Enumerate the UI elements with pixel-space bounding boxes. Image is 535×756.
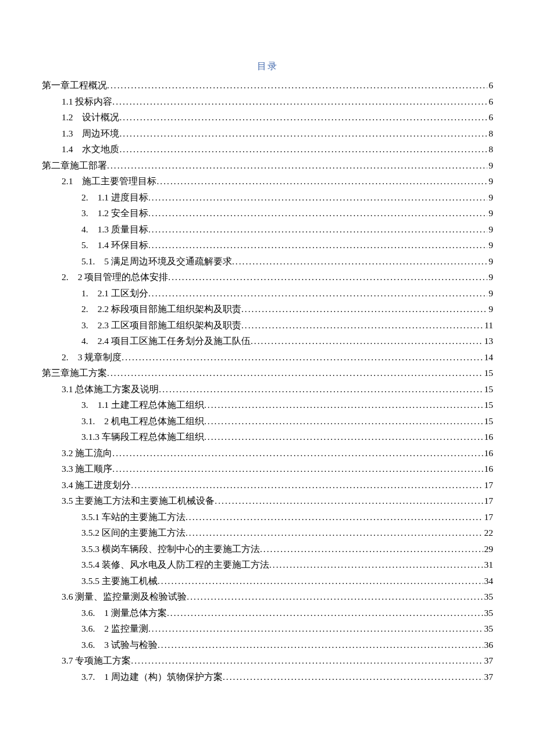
toc-entry-label: 3.4 施工进度划分 — [62, 481, 131, 490]
toc-entry-label: 3.5 主要施工方法和主要施工机械设备 — [62, 496, 215, 506]
toc-entry-page: 35 — [483, 624, 494, 633]
toc-entry-label: 2. 2.2 标段项目部施工组织架构及职责 — [81, 304, 241, 314]
toc-entry: 5.1. 5 满足周边环境及交通疏解要求9 — [42, 257, 493, 266]
toc-entry-page: 35 — [483, 608, 494, 618]
toc-entry-dots — [204, 400, 483, 410]
toc-entry-page: 36 — [483, 640, 494, 650]
toc-entry-page: 6 — [487, 113, 493, 122]
toc-entry-page: 9 — [487, 161, 493, 170]
toc-entry: 3.5.2 区间的主要施工方法22 — [42, 528, 493, 538]
toc-entry-page: 17 — [483, 481, 494, 490]
toc-entry: 3.1. 2 机电工程总体施工组织15 — [42, 417, 493, 426]
toc-entry-label: 1.3 周边环境 — [62, 129, 119, 138]
toc-entry-label: 3.2 施工流向 — [62, 449, 112, 458]
toc-entry-label: 3. 2.3 工区项目部施工组织架构及职责 — [81, 321, 241, 330]
toc-entry: 5. 1.4 环保目标9 — [42, 241, 493, 250]
toc-entry: 2. 1.1 进度目标9 — [42, 193, 493, 202]
toc-entry: 3.1 总体施工方案及说明15 — [42, 385, 493, 394]
toc-entry-page: 37 — [483, 672, 494, 682]
toc-entry-page: 9 — [487, 273, 493, 282]
toc-entry: 3.3 施工顺序16 — [42, 464, 493, 474]
toc-entry-dots — [241, 321, 483, 330]
toc-entry: 3.2 施工流向16 — [42, 449, 493, 458]
toc-entry-dots — [260, 544, 483, 554]
toc-entry-label: 3.6 测量、监控量测及检验试验 — [62, 592, 187, 601]
toc-entry-label: 3.5.2 区间的主要施工方法 — [81, 528, 186, 538]
toc-entry-label: 3.5.3 横岗车辆段、控制中心的主要施工方法 — [81, 544, 260, 554]
toc-entry: 3.6 测量、监控量测及检验试验35 — [42, 592, 493, 601]
toc-entry-dots — [107, 161, 487, 170]
toc-entry: 第二章施工部署9 — [42, 161, 493, 170]
toc-entry-dots — [119, 145, 487, 154]
toc-entry-dots — [187, 592, 483, 601]
toc-entry: 3.5.1 车站的主要施工方法17 — [42, 513, 493, 522]
toc-entry-page: 6 — [487, 81, 493, 90]
toc-entry-label: 3.6. 2 监控量测 — [81, 624, 148, 633]
toc-entry: 3.6. 1 测量总体方案35 — [42, 608, 493, 618]
toc-entry-page: 15 — [483, 417, 494, 426]
toc-entry: 3.5 主要施工方法和主要施工机械设备17 — [42, 496, 493, 506]
toc-entry-dots — [131, 656, 483, 665]
toc-entry: 2.1 施工主要管理目标9 — [42, 177, 493, 186]
toc-entry: 3.5.5 主要施工机械34 — [42, 576, 493, 586]
toc-entry-dots — [112, 449, 483, 458]
toc-entry-label: 4. 2.4 项目工区施工任务划分及施工队伍 — [81, 336, 251, 346]
toc-entry-page: 29 — [483, 544, 494, 554]
toc-entry-dots — [186, 513, 483, 522]
toc-entry-dots — [107, 368, 483, 378]
toc-entry-page: 17 — [483, 496, 494, 506]
toc-entry-dots — [223, 672, 483, 682]
toc-entry-page: 9 — [487, 177, 493, 186]
toc-entry-dots — [148, 624, 483, 633]
toc-entry-dots — [204, 417, 483, 426]
toc-entry-dots — [158, 640, 483, 650]
toc-entry-page: 15 — [483, 400, 494, 410]
toc-entry: 2. 2 项目管理的总体安排9 — [42, 273, 493, 282]
toc-entry-page: 9 — [487, 304, 493, 314]
toc-entry: 3.5.3 横岗车辆段、控制中心的主要施工方法29 — [42, 544, 493, 554]
toc-entry-page: 15 — [483, 385, 494, 394]
toc-entry-dots — [119, 129, 487, 138]
toc-entry-dots — [167, 608, 483, 618]
toc-entry-dots — [107, 81, 487, 90]
toc-entry-label: 3.5.1 车站的主要施工方法 — [81, 513, 186, 522]
toc-entry-dots — [148, 289, 487, 298]
toc-entry: 1. 2.1 工区划分9 — [42, 289, 493, 298]
toc-entry-dots — [131, 481, 483, 490]
toc-entry-dots — [148, 193, 487, 202]
toc-entry-dots — [168, 273, 487, 282]
toc-entry: 第三章施工方案15 — [42, 368, 493, 378]
toc-entry: 3.6. 2 监控量测35 — [42, 624, 493, 633]
toc-entry-page: 35 — [483, 592, 494, 601]
toc-entry-label: 3.5.5 主要施工机械 — [81, 576, 158, 586]
toc-entry-dots — [159, 385, 483, 394]
toc-entry-label: 3.3 施工顺序 — [62, 464, 112, 474]
toc-entry: 第一章工程概况6 — [42, 81, 493, 90]
toc-entry-dots — [158, 576, 483, 586]
toc-entry-dots — [148, 209, 487, 218]
toc-entry-dots — [186, 528, 483, 538]
toc-entry-page: 9 — [487, 289, 493, 298]
toc-entry-label: 2. 2 项目管理的总体安排 — [62, 273, 168, 282]
toc-entry-dots — [148, 241, 487, 250]
toc-entry-label: 2. 1.1 进度目标 — [81, 193, 148, 202]
toc-entry: 3. 1.1 土建工程总体施工组织15 — [42, 400, 493, 410]
toc-entry-label: 4. 1.3 质量目标 — [81, 225, 148, 234]
toc-entry-page: 16 — [483, 449, 494, 458]
toc-entry-label: 3.5.4 装修、风水电及人防工程的主要施工方法 — [81, 560, 269, 569]
toc-entry-page: 34 — [483, 576, 494, 586]
toc-entry-page: 9 — [487, 209, 493, 218]
toc-entry-label: 5. 1.4 环保目标 — [81, 241, 148, 250]
toc-entry-label: 1.2 设计概况 — [62, 113, 119, 122]
toc-entry-dots — [119, 113, 487, 122]
toc-entry: 3.7 专项施工方案37 — [42, 656, 493, 665]
toc-entry-label: 1.4 水文地质 — [62, 145, 119, 154]
toc-entry-page: 37 — [483, 656, 494, 665]
toc-entry-label: 1.1 投标内容 — [62, 97, 112, 106]
toc-entry-label: 3.6. 3 试验与检验 — [81, 640, 158, 650]
toc-entry-label: 第一章工程概况 — [42, 81, 107, 90]
toc-entry-label: 3.1.3 车辆段工程总体施工组织 — [81, 432, 204, 442]
toc-entry-dots — [156, 177, 487, 186]
toc-entry-dots — [241, 304, 487, 314]
toc-entry-dots — [269, 560, 483, 569]
